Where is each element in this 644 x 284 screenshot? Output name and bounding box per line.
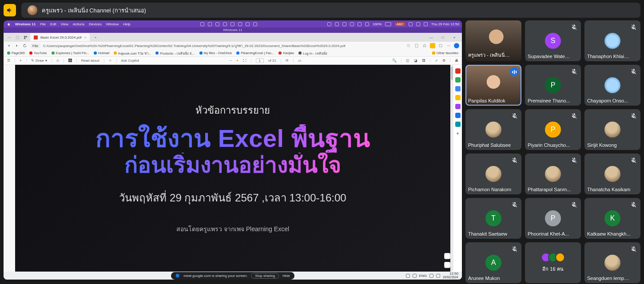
browser-tab[interactable]: Basic Excel 29.0.2024.pdf × <box>30 33 90 41</box>
participant-tile[interactable]: Phattarapol Sanm... <box>525 154 581 194</box>
pdf-bookmark-icon[interactable]: ◫ <box>406 59 409 63</box>
collections-icon[interactable] <box>438 43 443 48</box>
pdf-settings-icon[interactable]: ⚙ <box>442 59 445 63</box>
sys-icon[interactable] <box>208 22 212 26</box>
sys-icon[interactable] <box>246 22 250 26</box>
sidebar-icon[interactable] <box>455 86 461 91</box>
tray-icon[interactable] <box>413 274 417 278</box>
participant-tile[interactable]: KKatkaew Khangkh... <box>584 198 640 239</box>
status-icon[interactable] <box>335 22 339 26</box>
participant-tile[interactable]: Sirijit Kowong <box>584 109 640 150</box>
participant-tile[interactable]: ครูแพรว - เพลินนิ่ง ... <box>465 20 521 61</box>
pdf-erase-icon[interactable]: ◇ <box>56 59 59 63</box>
sidebar-icon[interactable] <box>455 95 461 100</box>
back-button[interactable] <box>6 43 12 48</box>
tray-icon[interactable] <box>406 274 410 278</box>
pdf-zoom-in[interactable]: + <box>236 59 239 63</box>
tray-date[interactable]: 29/02/2024 <box>443 276 458 279</box>
refresh-button[interactable] <box>22 43 28 48</box>
status-icon[interactable] <box>342 22 346 26</box>
workspaces-icon[interactable] <box>22 34 28 40</box>
sidebar-icon[interactable] <box>455 68 461 74</box>
tab-close-icon[interactable]: × <box>84 36 87 39</box>
mac-menu-item[interactable]: Devices <box>89 22 101 26</box>
pdf-draw-button[interactable]: ✎ Draw ▾ <box>31 59 47 63</box>
sys-icon[interactable] <box>231 22 235 26</box>
sidebar-icon[interactable] <box>455 113 461 118</box>
tab-actions-icon[interactable] <box>14 34 20 40</box>
bookmark-item[interactable]: YouTube <box>29 51 47 55</box>
mac-menu-item[interactable]: Window <box>106 22 119 26</box>
tray-lang[interactable]: ENG <box>419 274 427 278</box>
participant-tile[interactable]: PPremsinee Thano... <box>525 65 581 106</box>
pdf-copilot-icon[interactable]: ✧ <box>109 59 112 63</box>
room-title-pill[interactable]: ครูแพรว - เพลินนิ่ง Channel (การนำเสนอ) <box>21 3 640 18</box>
participant-tile[interactable]: SSupavadee Watee... <box>525 20 581 61</box>
browser-menu-icon[interactable] <box>6 34 12 40</box>
status-icon[interactable] <box>365 22 369 26</box>
bookmark-item[interactable]: My files - OneDrive <box>199 51 232 55</box>
mac-clock[interactable]: Thu 29 Feb 12:50 <box>431 22 459 26</box>
pdf-page-input[interactable]: 1 <box>256 58 264 63</box>
participant-tile[interactable]: Thanaphon Khlaip... <box>584 20 640 61</box>
participant-tile[interactable]: Pichamon Narakorn <box>465 154 521 194</box>
participant-tile[interactable]: Phuriphat Salubsee <box>465 109 521 150</box>
sidebar-icon[interactable] <box>455 77 461 83</box>
mac-menu-item[interactable]: File <box>40 22 46 26</box>
new-tab-button[interactable]: + <box>91 36 99 39</box>
status-icon[interactable] <box>327 22 331 26</box>
participant-tile[interactable]: AArunee Mukon <box>465 242 521 283</box>
pdf-save-icon[interactable]: 🖫 <box>422 59 425 63</box>
window-maximize[interactable]: □ <box>438 36 448 39</box>
pdf-highlight-icon[interactable]: 🅰 <box>68 59 72 63</box>
window-close[interactable]: × <box>449 36 459 39</box>
participant-tile[interactable]: PPhoorinat Khet-A... <box>525 198 581 239</box>
bookmark-item[interactable]: Log In - เพลินนิ่ง <box>298 51 327 56</box>
status-icon[interactable] <box>350 22 354 26</box>
pdf-print-icon[interactable]: 🖶 <box>455 59 458 63</box>
mac-menu-item[interactable]: Windows 11 <box>15 22 36 26</box>
tray-time[interactable]: 12:50 <box>449 272 458 276</box>
sidebar-icon[interactable] <box>455 104 461 109</box>
participant-tile[interactable]: อีก 16 คน <box>525 242 581 283</box>
apple-icon[interactable] <box>6 22 11 26</box>
star-icon[interactable] <box>422 43 427 48</box>
hide-sharebar-button[interactable]: Hide <box>282 274 290 278</box>
mac-menu-item[interactable]: Actions <box>73 22 84 26</box>
sys-icon[interactable] <box>215 22 219 26</box>
window-minimize[interactable]: — <box>426 36 436 39</box>
mac-menu-item[interactable]: View <box>61 22 68 26</box>
tray-volume-icon[interactable] <box>436 274 440 278</box>
bookmark-item[interactable]: Products – เพลินนิ่ง E... <box>155 51 195 56</box>
wifi-icon[interactable] <box>409 22 413 26</box>
pdf-view-icon[interactable]: ▭ <box>298 59 302 63</box>
bookmark-item[interactable]: Kapook.com รวม ข่า... <box>114 51 151 56</box>
control-center-icon[interactable] <box>424 22 428 26</box>
pdf-float-icon[interactable] <box>444 253 450 259</box>
pdf-toc-icon[interactable]: ☰ <box>7 59 10 63</box>
bookmark-item[interactable]: Page365 <box>7 51 25 55</box>
battery-icon[interactable] <box>385 22 391 26</box>
stop-sharing-button[interactable]: Stop sharing <box>251 273 279 279</box>
extension-icon[interactable] <box>430 43 435 48</box>
mac-menu-item[interactable]: Edit <box>50 22 56 26</box>
bookmark-item[interactable]: PlearningExcel | Fac... <box>236 51 274 55</box>
more-icon[interactable] <box>446 43 451 48</box>
sidebar-add[interactable]: + <box>453 130 462 137</box>
pdf-zoom-out[interactable]: − <box>230 59 232 63</box>
app-icon[interactable] <box>4 4 16 16</box>
bookmark-item[interactable]: Hotmail <box>94 51 109 55</box>
sys-icon[interactable] <box>200 22 204 26</box>
participant-tile[interactable]: TThanakit Saetaew <box>465 198 521 239</box>
url-field[interactable]: C:/Users/paopanga/OneDrive%20-%20Plearni… <box>43 43 403 49</box>
forward-button[interactable] <box>14 43 20 48</box>
sidebar-icon[interactable] <box>455 122 461 127</box>
sys-icon[interactable] <box>238 22 242 26</box>
pdf-copilot-button[interactable]: Ask Copilot <box>121 59 139 63</box>
pdf-cursor-icon[interactable]: ⌖ <box>20 59 22 63</box>
participant-tile[interactable]: Thanatcha Kasikam <box>584 154 640 194</box>
other-favorites[interactable]: Other favorites <box>432 51 458 55</box>
pdf-fit-icon[interactable]: ⛶ <box>243 59 246 63</box>
zoom-icon[interactable] <box>406 43 411 48</box>
pdf-float-icon[interactable] <box>444 262 450 268</box>
